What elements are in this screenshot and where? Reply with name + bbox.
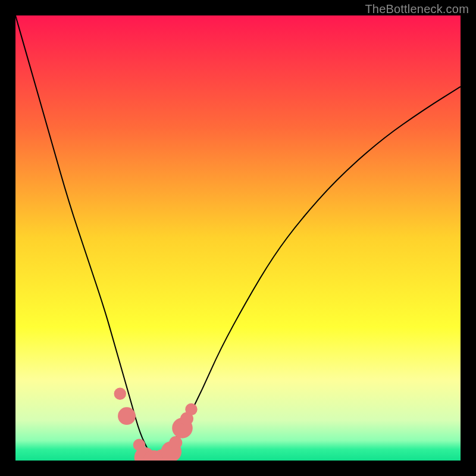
marker-dot [185, 403, 197, 415]
chart-svg [15, 15, 461, 461]
chart-frame: TheBottleneck.com [0, 0, 476, 476]
marker-dot [169, 436, 182, 449]
watermark-text: TheBottleneck.com [365, 2, 469, 16]
gradient-background [15, 15, 461, 461]
marker-dot [118, 407, 136, 425]
plot-area [15, 15, 461, 461]
marker-dot [114, 388, 126, 400]
